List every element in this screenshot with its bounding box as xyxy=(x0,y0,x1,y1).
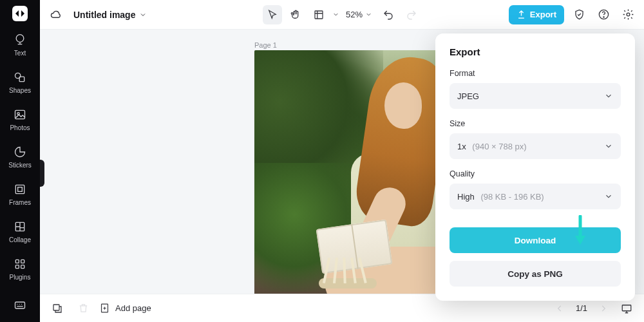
document-title: Untitled image xyxy=(73,10,135,20)
svg-point-2 xyxy=(16,35,24,43)
present-button[interactable] xyxy=(617,299,636,318)
keyboard-icon xyxy=(14,299,26,312)
page-label: Page 1 xyxy=(254,41,277,49)
zoom-level-dropdown[interactable]: 52% xyxy=(343,10,375,19)
sidebar-item-label: Stickers xyxy=(8,162,32,169)
sidebar-item-shapes[interactable]: Shapes xyxy=(0,64,40,102)
sidebar-item-frames[interactable]: Frames xyxy=(0,176,40,214)
left-sidebar: Text Shapes Photos Stickers Frames xyxy=(0,0,40,322)
svg-rect-11 xyxy=(21,260,24,263)
sidebar-item-label: Text xyxy=(14,50,26,57)
help-button[interactable] xyxy=(594,5,613,24)
sidebar-item-stickers[interactable]: Stickers xyxy=(0,139,40,176)
size-select[interactable]: 1x (940 × 788 px) xyxy=(450,133,621,159)
plugins-icon xyxy=(14,258,26,270)
svg-rect-15 xyxy=(315,11,323,19)
add-page-button[interactable]: Add page xyxy=(99,303,151,314)
shapes-icon xyxy=(14,71,26,84)
quality-detail: (98 KB - 196 KB) xyxy=(480,192,544,202)
sidebar-item-collage[interactable]: Collage xyxy=(0,214,40,251)
prev-page-button[interactable] xyxy=(550,299,569,318)
zoom-value: 52% xyxy=(346,10,363,19)
shield-button[interactable] xyxy=(569,5,589,24)
sidebar-item-keyboard[interactable] xyxy=(0,292,40,322)
svg-rect-21 xyxy=(622,305,631,310)
hand-tool-button[interactable] xyxy=(286,5,305,24)
sidebar-item-photos[interactable]: Photos xyxy=(0,102,40,139)
export-button[interactable]: Export xyxy=(509,5,564,24)
sidebar-item-label: Frames xyxy=(9,199,31,206)
svg-rect-1 xyxy=(19,8,21,19)
chevron-down-icon[interactable] xyxy=(332,11,339,18)
format-value: JPEG xyxy=(457,91,479,101)
export-button-label: Export xyxy=(530,10,556,19)
sidebar-item-text[interactable]: Text xyxy=(0,27,40,64)
topbar: Untitled image 52% xyxy=(40,0,644,30)
redo-button[interactable] xyxy=(402,5,421,24)
next-page-button[interactable] xyxy=(594,299,613,318)
app-root: Text Shapes Photos Stickers Frames xyxy=(0,0,644,322)
size-label: Size xyxy=(450,119,621,128)
chevron-down-icon xyxy=(604,142,613,151)
photos-icon xyxy=(14,108,26,121)
sidebar-item-label: Plugins xyxy=(10,274,31,281)
format-label: Format xyxy=(450,69,621,78)
svg-point-17 xyxy=(603,17,603,17)
sidebar-item-plugins[interactable]: Plugins xyxy=(0,251,40,289)
svg-point-18 xyxy=(627,13,630,16)
cloud-sync-button[interactable] xyxy=(46,5,66,24)
export-panel: Export Format JPEG Size 1x (940 × 788 px… xyxy=(435,33,635,301)
svg-rect-13 xyxy=(21,265,24,269)
size-value: 1x xyxy=(457,142,466,151)
sidebar-item-label: Shapes xyxy=(9,87,31,94)
svg-rect-19 xyxy=(53,305,59,310)
copy-as-png-button[interactable]: Copy as PNG xyxy=(450,261,621,287)
text-icon xyxy=(14,33,26,46)
stickers-icon xyxy=(14,146,26,158)
layers-button[interactable] xyxy=(48,299,67,318)
format-select[interactable]: JPEG xyxy=(450,83,621,109)
chevron-down-icon xyxy=(365,11,372,18)
frames-icon xyxy=(14,183,26,196)
page-counter: 1/1 xyxy=(576,303,587,313)
quality-value: High xyxy=(457,192,475,202)
quality-select[interactable]: High (98 KB - 196 KB) xyxy=(450,184,621,209)
app-logo[interactable] xyxy=(10,4,30,23)
chevron-down-icon xyxy=(139,11,147,19)
delete-page-button[interactable] xyxy=(73,299,93,318)
add-page-label: Add page xyxy=(115,303,151,313)
settings-button[interactable] xyxy=(618,5,638,24)
undo-button[interactable] xyxy=(379,5,398,24)
sidebar-expand-handle[interactable] xyxy=(40,160,44,187)
document-title-dropdown[interactable]: Untitled image xyxy=(73,10,147,20)
svg-rect-10 xyxy=(15,260,19,263)
svg-rect-14 xyxy=(15,302,25,308)
size-detail: (940 × 788 px) xyxy=(472,142,526,151)
crop-tool-button[interactable] xyxy=(309,5,328,24)
main-area: Untitled image 52% xyxy=(40,0,644,322)
sidebar-item-label: Collage xyxy=(9,236,31,243)
export-panel-title: Export xyxy=(450,46,621,57)
chevron-down-icon xyxy=(604,91,613,100)
download-button[interactable]: Download xyxy=(450,227,621,253)
collage-icon xyxy=(14,220,26,233)
chevron-down-icon xyxy=(604,192,613,201)
quality-label: Quality xyxy=(450,169,621,178)
svg-rect-12 xyxy=(15,265,19,269)
svg-rect-5 xyxy=(15,110,25,118)
select-tool-button[interactable] xyxy=(263,5,282,24)
add-page-icon xyxy=(99,303,110,314)
sidebar-item-label: Photos xyxy=(10,124,30,131)
svg-rect-7 xyxy=(15,185,24,193)
export-icon xyxy=(516,10,526,19)
svg-rect-8 xyxy=(18,187,23,192)
